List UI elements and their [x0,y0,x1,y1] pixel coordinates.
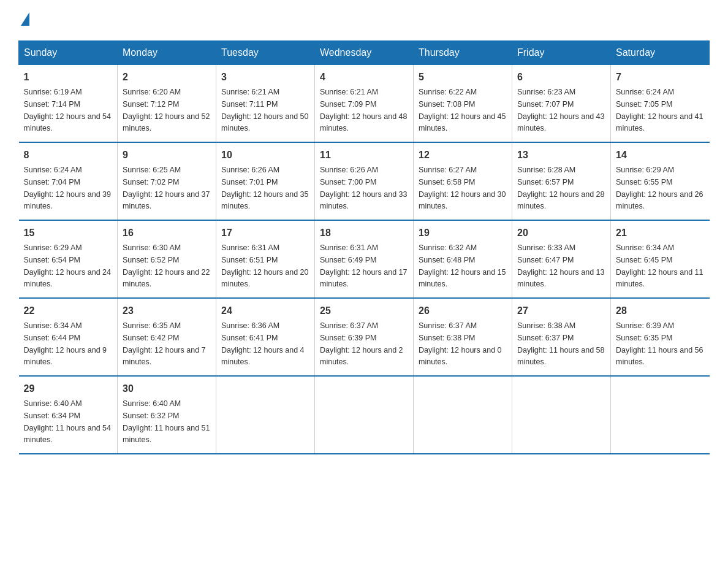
calendar-cell [512,376,611,454]
calendar-week-row: 29 Sunrise: 6:40 AM Sunset: 6:34 PM Dayl… [19,376,710,454]
header-tuesday: Tuesday [216,41,315,65]
sunset-text: Sunset: 7:09 PM [320,100,376,109]
daylight-text: Daylight: 12 hours and 4 minutes. [221,346,305,367]
sunrise-text: Sunrise: 6:27 AM [419,166,477,174]
sunset-text: Sunset: 6:35 PM [616,334,672,342]
sunrise-text: Sunrise: 6:35 AM [123,321,181,330]
sunrise-text: Sunrise: 6:26 AM [221,166,279,174]
calendar-cell: 21 Sunrise: 6:34 AM Sunset: 6:45 PM Dayl… [611,220,710,298]
sunset-text: Sunset: 6:49 PM [320,256,376,264]
day-number: 23 [123,304,211,318]
day-number: 2 [123,70,211,85]
calendar-cell: 16 Sunrise: 6:30 AM Sunset: 6:52 PM Dayl… [118,220,216,298]
day-number: 1 [24,70,113,85]
daylight-text: Daylight: 12 hours and 39 minutes. [24,190,111,211]
calendar-header-row: SundayMondayTuesdayWednesdayThursdayFrid… [19,41,710,65]
sunrise-text: Sunrise: 6:24 AM [24,166,82,174]
calendar-cell: 28 Sunrise: 6:39 AM Sunset: 6:35 PM Dayl… [611,298,710,376]
daylight-text: Daylight: 12 hours and 35 minutes. [221,190,308,211]
sunrise-text: Sunrise: 6:36 AM [221,321,279,330]
sunset-text: Sunset: 7:07 PM [517,100,574,109]
daylight-text: Daylight: 11 hours and 56 minutes. [616,346,703,367]
calendar-cell: 19 Sunrise: 6:32 AM Sunset: 6:48 PM Dayl… [414,220,512,298]
calendar-cell [611,376,710,454]
day-number: 20 [517,226,605,240]
sunrise-text: Sunrise: 6:34 AM [24,321,82,330]
calendar-cell: 25 Sunrise: 6:37 AM Sunset: 6:39 PM Dayl… [315,298,414,376]
calendar-cell: 14 Sunrise: 6:29 AM Sunset: 6:55 PM Dayl… [611,142,710,220]
calendar-cell: 29 Sunrise: 6:40 AM Sunset: 6:34 PM Dayl… [19,376,118,454]
calendar-cell: 17 Sunrise: 6:31 AM Sunset: 6:51 PM Dayl… [216,220,315,298]
sunrise-text: Sunrise: 6:39 AM [616,321,674,330]
daylight-text: Daylight: 12 hours and 52 minutes. [123,112,210,133]
day-number: 29 [24,381,113,396]
day-number: 4 [320,70,408,85]
calendar-cell: 27 Sunrise: 6:38 AM Sunset: 6:37 PM Dayl… [512,298,611,376]
sunset-text: Sunset: 7:05 PM [616,100,672,109]
header-monday: Monday [118,41,216,65]
day-number: 27 [517,304,605,318]
sunrise-text: Sunrise: 6:28 AM [517,166,575,174]
sunset-text: Sunset: 6:41 PM [221,334,278,342]
calendar-cell: 2 Sunrise: 6:20 AM Sunset: 7:12 PM Dayli… [118,65,216,143]
day-number: 13 [517,148,605,163]
calendar-cell [216,376,315,454]
daylight-text: Daylight: 12 hours and 33 minutes. [320,190,407,211]
calendar-cell: 10 Sunrise: 6:26 AM Sunset: 7:01 PM Dayl… [216,142,315,220]
sunset-text: Sunset: 7:11 PM [221,100,278,109]
page-header [18,12,710,28]
sunset-text: Sunset: 6:52 PM [123,256,179,264]
calendar-cell: 9 Sunrise: 6:25 AM Sunset: 7:02 PM Dayli… [118,142,216,220]
sunrise-text: Sunrise: 6:32 AM [419,243,477,252]
calendar-cell: 13 Sunrise: 6:28 AM Sunset: 6:57 PM Dayl… [512,142,611,220]
daylight-text: Daylight: 11 hours and 51 minutes. [123,424,210,445]
header-sunday: Sunday [19,41,118,65]
day-number: 28 [616,304,705,318]
day-number: 26 [419,304,507,318]
sunrise-text: Sunrise: 6:34 AM [616,243,674,252]
sunrise-text: Sunrise: 6:37 AM [419,321,477,330]
calendar-cell [414,376,512,454]
calendar-week-row: 1 Sunrise: 6:19 AM Sunset: 7:14 PM Dayli… [19,65,710,143]
day-number: 7 [616,70,705,85]
calendar-cell: 24 Sunrise: 6:36 AM Sunset: 6:41 PM Dayl… [216,298,315,376]
calendar-cell: 26 Sunrise: 6:37 AM Sunset: 6:38 PM Dayl… [414,298,512,376]
calendar-table: SundayMondayTuesdayWednesdayThursdayFrid… [18,40,710,454]
sunset-text: Sunset: 7:12 PM [123,100,179,109]
day-number: 14 [616,148,705,163]
sunrise-text: Sunrise: 6:31 AM [221,243,279,252]
sunrise-text: Sunrise: 6:25 AM [123,166,181,174]
sunrise-text: Sunrise: 6:26 AM [320,166,378,174]
daylight-text: Daylight: 12 hours and 13 minutes. [517,268,604,289]
day-number: 18 [320,226,408,240]
calendar-cell: 30 Sunrise: 6:40 AM Sunset: 6:32 PM Dayl… [118,376,216,454]
daylight-text: Daylight: 12 hours and 20 minutes. [221,268,308,289]
day-number: 19 [419,226,507,240]
sunrise-text: Sunrise: 6:37 AM [320,321,378,330]
sunset-text: Sunset: 6:51 PM [221,256,278,264]
sunset-text: Sunset: 7:02 PM [123,178,179,186]
sunset-text: Sunset: 7:08 PM [419,100,475,109]
sunset-text: Sunset: 6:42 PM [123,334,179,342]
calendar-cell: 6 Sunrise: 6:23 AM Sunset: 7:07 PM Dayli… [512,65,611,143]
sunrise-text: Sunrise: 6:29 AM [24,243,82,252]
calendar-week-row: 8 Sunrise: 6:24 AM Sunset: 7:04 PM Dayli… [19,142,710,220]
sunset-text: Sunset: 7:00 PM [320,178,376,186]
day-number: 12 [419,148,507,163]
sunset-text: Sunset: 6:57 PM [517,178,574,186]
sunrise-text: Sunrise: 6:40 AM [123,399,181,408]
day-number: 9 [123,148,211,163]
calendar-cell: 5 Sunrise: 6:22 AM Sunset: 7:08 PM Dayli… [414,65,512,143]
sunrise-text: Sunrise: 6:21 AM [320,88,378,96]
day-number: 6 [517,70,605,85]
day-number: 24 [221,304,309,318]
day-number: 17 [221,226,309,240]
daylight-text: Daylight: 12 hours and 41 minutes. [616,112,703,133]
sunrise-text: Sunrise: 6:29 AM [616,166,674,174]
daylight-text: Daylight: 12 hours and 15 minutes. [419,268,506,289]
sunset-text: Sunset: 6:37 PM [517,334,574,342]
logo [18,12,27,28]
daylight-text: Daylight: 12 hours and 24 minutes. [24,268,111,289]
daylight-text: Daylight: 12 hours and 30 minutes. [419,190,506,211]
sunrise-text: Sunrise: 6:20 AM [123,88,181,96]
